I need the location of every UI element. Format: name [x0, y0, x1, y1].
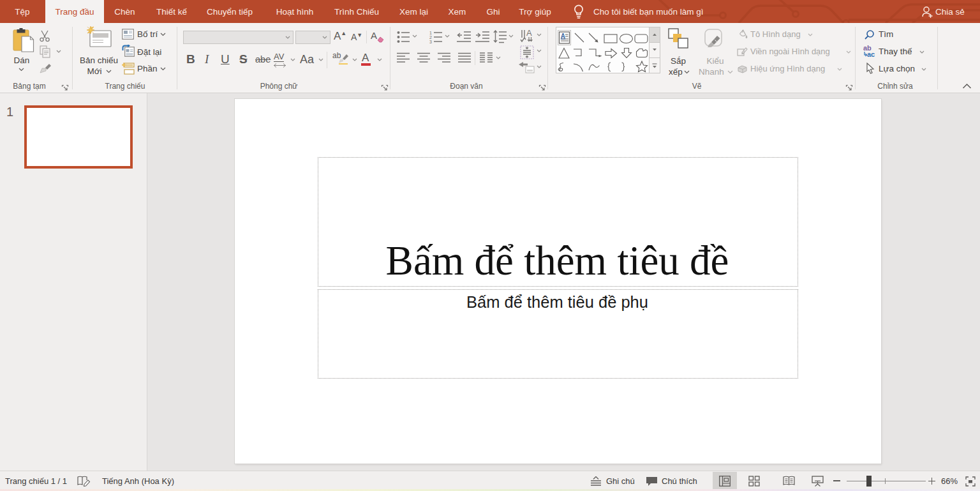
svg-text:2: 2 [429, 35, 432, 40]
svg-text:A: A [526, 29, 532, 38]
svg-text:3: 3 [429, 40, 432, 44]
svg-text:1: 1 [429, 31, 432, 35]
svg-text:A: A [561, 33, 565, 40]
